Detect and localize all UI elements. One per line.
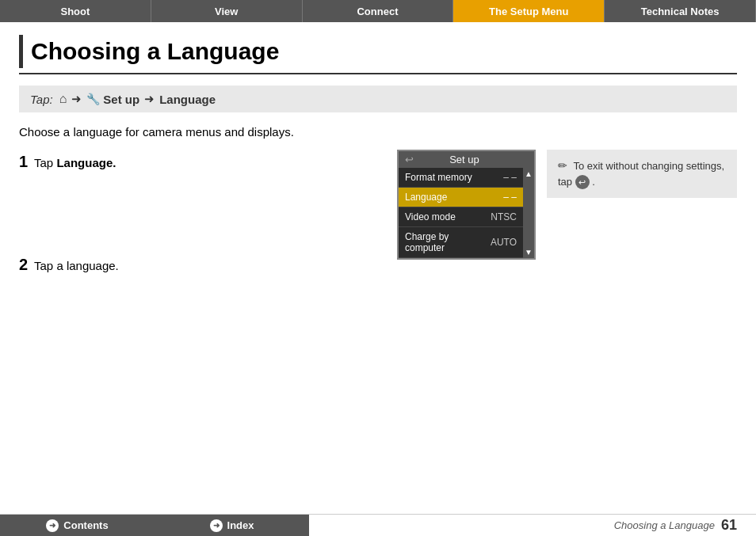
wrench-icon: 🔧: [86, 93, 100, 105]
set-up-label: Set up: [103, 93, 139, 106]
nav-setup-menu[interactable]: The Setup Menu: [453, 0, 605, 22]
language-label: Language: [159, 93, 216, 106]
camera-menu-item-language-value: – –: [503, 192, 517, 203]
step-2: 2 Tap a language.: [19, 253, 381, 276]
note-text-end: .: [592, 176, 595, 188]
page-title-container: Choosing a Language: [19, 35, 737, 74]
tap-instruction-bar: Tap: ⌂ ➜ 🔧 Set up ➜ Language: [19, 86, 737, 112]
camera-scrollbar: ▲ ▼: [523, 168, 534, 258]
top-nav: Shoot View Connect The Setup Menu Techni…: [0, 0, 756, 22]
contents-button[interactable]: ➜ Contents: [0, 515, 155, 537]
nav-connect[interactable]: Connect: [303, 0, 454, 22]
nav-shoot[interactable]: Shoot: [0, 0, 151, 22]
camera-menu-item-video: Video mode NTSC: [399, 207, 523, 227]
index-circle-icon: ➜: [210, 519, 223, 532]
camera-menu-item-format: Format memory – –: [399, 168, 523, 188]
step-1-num: 1: [19, 153, 28, 170]
right-area: ↩ Set up Format memory – – Language – –: [397, 150, 737, 260]
contents-label: Contents: [63, 519, 108, 531]
footer-left: ➜ Contents ➜ Index: [0, 515, 309, 537]
footer-page-title: Choosing a Language: [614, 519, 715, 531]
camera-menu-item-charge: Charge by computer AUTO: [399, 227, 523, 258]
camera-menu-item-video-label: Video mode: [405, 211, 456, 222]
home-icon: ⌂: [59, 92, 67, 106]
index-label: Index: [227, 519, 254, 531]
scroll-down-icon: ▼: [525, 248, 533, 257]
step-2-text: Tap a language.: [34, 259, 119, 272]
footer-page-number: 61: [721, 517, 737, 534]
steps-area: 1 Tap Language. 2 Tap a language. ↩ Set …: [19, 150, 737, 289]
body-text: Choose a language for camera menus and d…: [19, 125, 737, 139]
arrow-icon-2: ➜: [144, 92, 155, 106]
nav-view[interactable]: View: [151, 0, 303, 22]
steps-left: 1 Tap Language. 2 Tap a language.: [19, 150, 381, 289]
page-title: Choosing a Language: [31, 40, 279, 63]
note-box: ✏ To exit without changing settings, tap…: [547, 150, 737, 198]
camera-back-btn: ↩: [405, 154, 414, 165]
camera-menu-item-charge-label: Charge by computer: [405, 231, 491, 253]
index-button[interactable]: ➜ Index: [155, 515, 309, 537]
camera-menu-row: Format memory – – Language – – Video mod…: [399, 168, 534, 258]
step-1-text-plain: Tap: [34, 156, 56, 169]
camera-screen: ↩ Set up Format memory – – Language – –: [397, 150, 536, 260]
step-2-num: 2: [19, 256, 28, 273]
step-1: 1 Tap Language.: [19, 150, 381, 173]
tap-label: Tap:: [30, 93, 53, 106]
contents-circle-icon: ➜: [46, 519, 59, 532]
scroll-up-icon: ▲: [525, 169, 533, 178]
arrow-icon-1: ➜: [71, 92, 82, 106]
camera-screen-header: ↩ Set up: [399, 151, 534, 168]
main-content: Choosing a Language Tap: ⌂ ➜ 🔧 Set up ➜ …: [0, 22, 756, 317]
footer: ➜ Contents ➜ Index Choosing a Language 6…: [0, 514, 756, 536]
step-1-bold: Language.: [56, 156, 116, 169]
camera-screen-title: Set up: [449, 154, 479, 165]
note-back-icon: ↩: [575, 175, 590, 189]
camera-menu-item-video-value: NTSC: [491, 211, 517, 222]
camera-menu-item-language: Language – –: [399, 188, 523, 207]
camera-menu-item-charge-value: AUTO: [491, 237, 517, 248]
camera-menu-item-format-label: Format memory: [405, 172, 472, 183]
camera-menu-item-format-value: – –: [503, 172, 517, 183]
step-1-text: Tap Language.: [34, 156, 116, 169]
footer-page-info: Choosing a Language 61: [614, 517, 737, 534]
camera-menu-list: Format memory – – Language – – Video mod…: [399, 168, 523, 258]
title-bar-accent: [19, 35, 23, 68]
camera-menu-item-language-label: Language: [405, 192, 447, 203]
nav-technical-notes[interactable]: Technical Notes: [605, 0, 756, 22]
note-pencil-icon: ✏: [558, 159, 567, 172]
